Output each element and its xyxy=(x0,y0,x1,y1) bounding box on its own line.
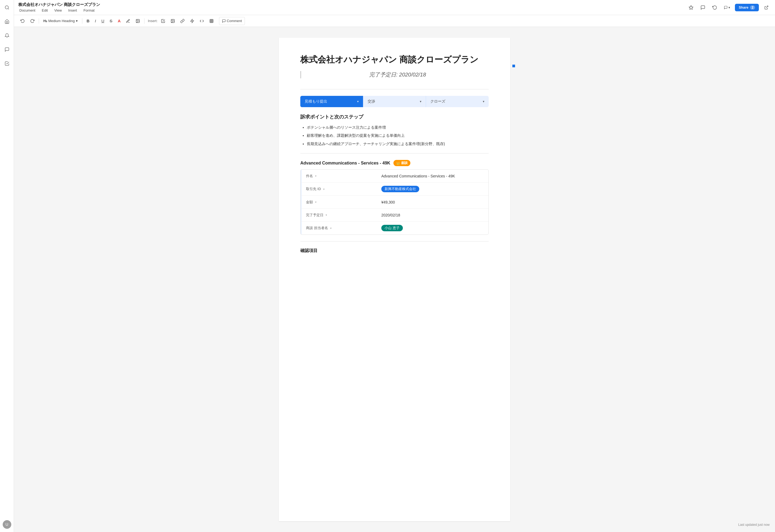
status-bar: Last updated just now xyxy=(738,523,770,527)
bold-button[interactable]: B xyxy=(84,17,92,25)
svg-point-7 xyxy=(172,20,172,20)
table-value-2: ¥49,300 xyxy=(377,197,489,207)
share-label: Share xyxy=(739,5,748,9)
image-button[interactable] xyxy=(133,17,142,25)
menu-bar: 株式会社オハナジャパン 商談クローズプラン Document Edit View… xyxy=(14,0,775,15)
underline-button[interactable]: U xyxy=(99,17,107,25)
sidebar: U xyxy=(0,0,14,532)
table-label-3: 完了予定日 ▾ xyxy=(302,209,377,221)
menu-insert[interactable]: Insert xyxy=(67,8,78,13)
menu-bar-right: ▾ Share 2 xyxy=(687,3,771,12)
table-label-4: 商談 担当者名 ▾ xyxy=(302,222,377,234)
table-value-1: 新興不動産株式会社 xyxy=(377,182,489,195)
code-insert-button[interactable] xyxy=(197,17,206,25)
section1-heading: 訴求ポイントと次のステップ xyxy=(300,114,489,120)
strikethrough-button[interactable]: S xyxy=(108,17,115,25)
media-insert-button[interactable] xyxy=(168,17,177,25)
tag-blue-value: 新興不動産株式会社 xyxy=(381,186,419,192)
sidebar-icon-bell[interactable] xyxy=(3,31,11,40)
bullet-item-0: ポテンシャル層へのリソース注力による案件増 xyxy=(307,124,489,130)
opportunity-badge: 👑 顧談 xyxy=(394,160,411,166)
table-insert-button[interactable] xyxy=(207,17,216,25)
redo-button[interactable] xyxy=(28,17,37,25)
divider-1 xyxy=(300,89,489,89)
undo-button[interactable] xyxy=(18,17,27,25)
bullet-list: ポテンシャル層へのリソース注力による案件増 顧客理解を進め、課題解決型の提案を実… xyxy=(300,124,489,147)
main-area: 株式会社オハナジャパン 商談クローズプラン Document Edit View… xyxy=(14,0,775,532)
share-count: 2 xyxy=(750,5,755,10)
menu-edit[interactable]: Edit xyxy=(41,8,49,13)
toolbar-sep-1 xyxy=(39,18,39,24)
table-row-1: 取引先 ID ▾ 新興不動産株式会社 xyxy=(300,182,489,196)
menu-items: Document Edit View Insert Format xyxy=(18,8,100,13)
comment-button-label: Comment xyxy=(227,19,242,23)
opportunity-header: Advanced Communications - Services - 49K… xyxy=(300,160,489,166)
heading-selector[interactable]: H₂ Medium Heading ▾ xyxy=(41,17,80,25)
doc-main-title: 株式会社オハナジャパン 商談クローズプラン xyxy=(300,54,489,66)
checkbox-insert-button[interactable] xyxy=(159,17,167,25)
svg-line-3 xyxy=(766,6,768,8)
bullet-item-1: 顧客理解を進め、課題解決型の提案を実施による単価向上 xyxy=(307,132,489,138)
svg-marker-8 xyxy=(190,19,194,23)
table-row-2: 金額 ▾ ¥49,300 xyxy=(300,196,489,209)
pipeline-step-label-2: クローズ xyxy=(430,99,445,104)
sidebar-icon-home[interactable] xyxy=(3,17,11,26)
table-row-4: 商談 担当者名 ▾ 小山 恵子 xyxy=(300,221,489,234)
add-comment-button[interactable]: Comment xyxy=(219,17,245,25)
badge-label: 顧談 xyxy=(401,161,408,165)
italic-button[interactable]: I xyxy=(93,17,98,25)
pipeline-step-0[interactable]: 見積もり提出 ▾ xyxy=(300,96,363,107)
tag-teal-value: 小山 恵子 xyxy=(381,225,403,231)
highlight-button[interactable] xyxy=(124,17,132,25)
menu-format[interactable]: Format xyxy=(82,8,95,13)
bolt-insert-button[interactable] xyxy=(188,17,196,25)
pipeline-step-label-1: 交渉 xyxy=(367,99,375,104)
table-value-3: 2020/02/18 xyxy=(377,210,489,220)
opportunity-title: Advanced Communications - Services - 49K xyxy=(300,161,390,165)
svg-point-0 xyxy=(5,6,8,9)
comment-icon-button[interactable] xyxy=(699,3,707,12)
link-insert-button[interactable] xyxy=(178,17,187,25)
menu-view[interactable]: View xyxy=(53,8,63,13)
menu-bar-left: 株式会社オハナジャパン 商談クローズプラン Document Edit View… xyxy=(18,2,100,13)
document-title: 株式会社オハナジャパン 商談クローズプラン xyxy=(18,2,100,7)
divider-2 xyxy=(300,153,489,153)
toolbar: H₂ Medium Heading ▾ B I U S A Insert: xyxy=(14,15,775,27)
external-link-button[interactable] xyxy=(762,3,771,12)
svg-point-5 xyxy=(137,20,137,20)
version-button[interactable]: ▾ xyxy=(722,3,732,12)
sidebar-icon-search[interactable] xyxy=(3,3,11,12)
divider-3 xyxy=(300,241,489,241)
badge-icon: 👑 xyxy=(396,161,400,165)
data-table: 件名 ▾ Advanced Communications - Services … xyxy=(300,169,489,235)
pipeline-step-2[interactable]: クローズ ▾ xyxy=(426,96,489,107)
table-label-2: 金額 ▾ xyxy=(302,196,377,208)
last-updated: Last updated just now xyxy=(738,523,770,527)
table-label-1: 取引先 ID ▾ xyxy=(302,183,377,195)
share-button[interactable]: Share 2 xyxy=(735,4,759,11)
font-color-button[interactable]: A xyxy=(116,17,123,25)
svg-marker-2 xyxy=(689,5,693,9)
sidebar-icon-check[interactable] xyxy=(3,59,11,68)
toolbar-sep-2 xyxy=(82,18,82,24)
pipeline-chevron-2: ▾ xyxy=(483,100,484,103)
table-value-4: 小山 恵子 xyxy=(377,221,489,234)
pipeline: 見積もり提出 ▾ 交渉 ▾ クローズ ▾ xyxy=(300,96,489,107)
pipeline-step-1[interactable]: 交渉 ▾ xyxy=(363,96,426,107)
menu-document[interactable]: Document xyxy=(18,8,36,13)
svg-line-1 xyxy=(8,8,9,9)
user-avatar[interactable]: U xyxy=(3,520,11,529)
table-row-3: 完了予定日 ▾ 2020/02/18 xyxy=(300,209,489,221)
doc-subtitle: 完了予定日: 2020/02/18 xyxy=(300,71,489,78)
pipeline-chevron-1: ▾ xyxy=(420,100,422,103)
scroll-indicator xyxy=(512,38,515,67)
insert-label: Insert: xyxy=(148,19,157,23)
sidebar-icon-chat[interactable] xyxy=(3,45,11,54)
bullet-item-2: 長期見込みへの継続アプローチ、ナーチャリング実施による案件増(新分野、既存) xyxy=(307,141,489,147)
pipeline-step-label-0: 見積もり提出 xyxy=(304,99,327,104)
table-label-0: 件名 ▾ xyxy=(302,170,377,182)
undo-header-button[interactable] xyxy=(710,3,719,12)
star-button[interactable] xyxy=(687,3,695,12)
pipeline-chevron-0: ▾ xyxy=(357,100,359,103)
table-row-0: 件名 ▾ Advanced Communications - Services … xyxy=(300,170,489,182)
